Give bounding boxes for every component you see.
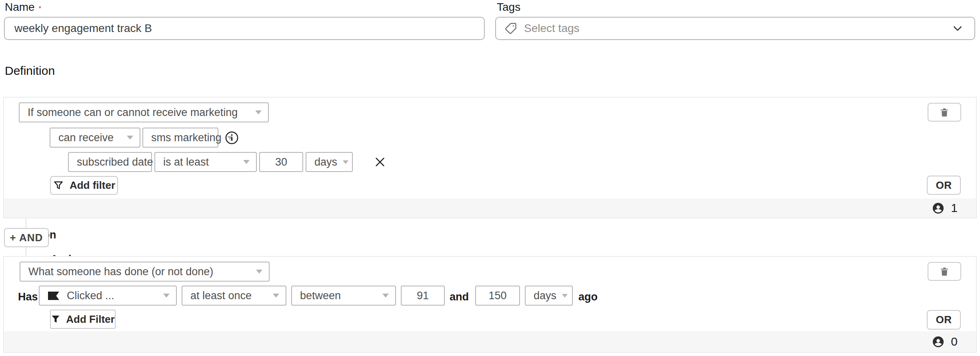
- add-filter-button[interactable]: Add filter: [50, 176, 118, 195]
- chevron-down-icon: [951, 22, 964, 35]
- operator-value: is at least: [163, 156, 209, 168]
- unit-value: days: [314, 156, 337, 168]
- funnel-icon: [51, 314, 60, 324]
- delete-group-button[interactable]: [928, 262, 961, 281]
- info-icon[interactable]: [225, 131, 239, 145]
- range-and-label: and: [450, 291, 469, 303]
- property-select[interactable]: subscribed date: [68, 152, 152, 172]
- tags-select[interactable]: Select tags: [495, 17, 975, 40]
- tags-label: Tags: [497, 1, 520, 14]
- close-icon[interactable]: [374, 156, 386, 168]
- member-count: 1: [951, 201, 958, 215]
- or-label: OR: [936, 179, 952, 192]
- consent-verb-select[interactable]: can receive: [50, 128, 140, 148]
- caret-down-icon: [343, 160, 348, 164]
- or-label: OR: [936, 314, 952, 326]
- segment-name-input[interactable]: [4, 17, 485, 40]
- unit-select[interactable]: days: [306, 152, 353, 172]
- consent-channel-select[interactable]: sms marketing: [142, 128, 218, 148]
- definition-heading: Definition: [5, 64, 55, 78]
- add-filter-label: Add Filter: [66, 313, 114, 326]
- trash-icon: [939, 107, 950, 118]
- required-asterisk: *: [39, 5, 41, 12]
- caret-down-icon: [273, 294, 279, 298]
- consent-channel-value: sms marketing: [151, 132, 222, 144]
- timeframe-select[interactable]: between: [291, 286, 396, 306]
- unit-select[interactable]: days: [525, 286, 573, 306]
- range-start-input[interactable]: [401, 286, 445, 306]
- caret-down-icon: [243, 160, 250, 164]
- condition-type-value: What someone has done (or not done): [28, 266, 213, 278]
- group-footer: 1: [4, 198, 976, 218]
- group-footer: 0: [4, 331, 976, 352]
- or-button[interactable]: OR: [927, 310, 961, 330]
- delete-group-button[interactable]: [928, 103, 961, 122]
- caret-down-icon: [127, 136, 133, 140]
- frequency-select[interactable]: at least once: [182, 286, 286, 306]
- caret-down-icon: [562, 294, 568, 298]
- add-filter-button[interactable]: Add Filter: [50, 310, 116, 329]
- person-count-icon: [932, 202, 944, 214]
- caret-down-icon: [382, 294, 389, 298]
- add-filter-label: Add filter: [70, 179, 115, 192]
- person-count-icon: [932, 336, 944, 348]
- unit-value: days: [534, 290, 556, 302]
- property-value: subscribed date: [77, 156, 153, 168]
- condition-type-value: If someone can or cannot receive marketi…: [28, 106, 238, 119]
- condition-group-2: What someone has done (or not done) Has …: [3, 256, 977, 353]
- timeframe-value: between: [300, 290, 341, 302]
- caret-down-icon: [256, 270, 262, 274]
- ago-label: ago: [578, 291, 598, 303]
- condition-group-1: If someone can or cannot receive marketi…: [3, 97, 977, 218]
- consent-verb-value: can receive: [58, 132, 114, 144]
- metric-select[interactable]: Clicked ...: [39, 286, 177, 306]
- condition-type-select[interactable]: If someone can or cannot receive marketi…: [19, 102, 269, 122]
- range-end-input[interactable]: [475, 286, 520, 306]
- and-button-label: + AND: [10, 232, 43, 244]
- name-label-text: Name: [5, 1, 35, 13]
- has-label: Has: [18, 291, 38, 303]
- funnel-icon: [53, 180, 64, 191]
- tag-icon: [504, 22, 518, 35]
- metric-flag-icon: [48, 291, 60, 300]
- condition-type-select[interactable]: What someone has done (or not done): [20, 262, 270, 282]
- or-button[interactable]: OR: [927, 176, 961, 195]
- metric-value: Clicked ...: [67, 290, 114, 302]
- tags-placeholder: Select tags: [524, 22, 945, 35]
- operator-select[interactable]: is at least: [154, 152, 257, 172]
- name-label: Name*: [5, 1, 41, 14]
- days-value-input[interactable]: [259, 152, 303, 172]
- caret-down-icon: [163, 294, 170, 298]
- add-and-group-button[interactable]: + AND: [4, 228, 49, 247]
- frequency-value: at least once: [190, 290, 252, 302]
- member-count: 0: [951, 335, 958, 348]
- caret-down-icon: [255, 110, 262, 114]
- trash-icon: [939, 266, 950, 277]
